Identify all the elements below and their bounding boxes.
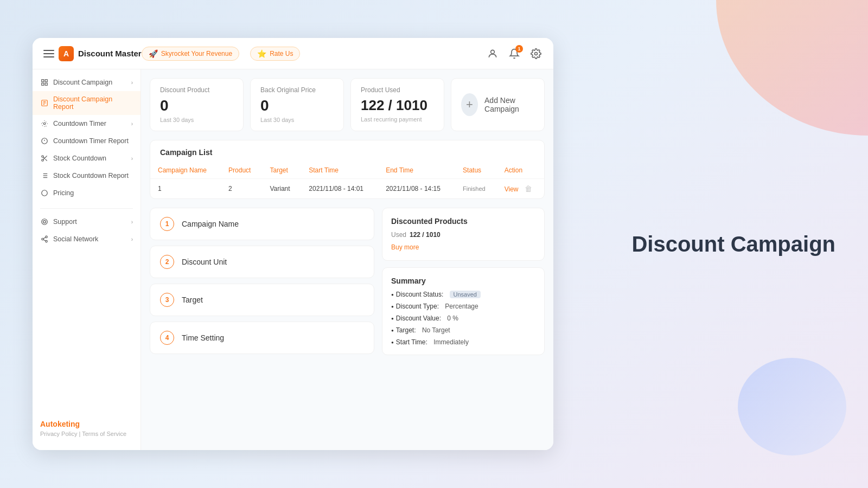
form-step-3[interactable]: 3 Target	[150, 284, 374, 316]
form-step-1[interactable]: 1 Campaign Name	[150, 208, 374, 240]
cell-action: View 🗑	[497, 179, 544, 199]
sidebar-label-campaign-report: Discount Campaign Report	[53, 95, 133, 111]
cell-status: Finished	[455, 179, 497, 199]
sidebar-item-countdown-timer-report[interactable]: Countdown Timer Report	[33, 132, 141, 150]
page-background: Discount Campaign A Discount Master 🚀 Sk…	[0, 0, 868, 488]
summary-key: Discount Status:	[396, 291, 443, 298]
buy-more-link[interactable]: Buy more	[391, 243, 419, 251]
stat-product-used: Product Used 122 / 1010 Last recurring p…	[350, 78, 444, 131]
svg-point-0	[491, 50, 495, 54]
form-step-4[interactable]: 4 Time Setting	[150, 322, 374, 354]
summary-key: Discount Type:	[396, 303, 439, 310]
right-panel: Discounted Products Used 122 / 1010 Buy …	[382, 208, 545, 355]
discount-product-sub: Last 30 days	[160, 117, 233, 123]
chevron-right-icon: ›	[131, 80, 133, 86]
scissors-icon	[40, 154, 49, 163]
col-product: Product	[221, 162, 262, 179]
sidebar-label-stock-countdown-report: Stock Countdown Report	[53, 172, 129, 179]
sidebar-label-countdown-timer-report: Countdown Timer Report	[53, 137, 129, 145]
summary-value: Immediately	[433, 338, 469, 346]
svg-point-25	[42, 190, 48, 196]
summary-value: 0 %	[447, 314, 458, 322]
form-step-2[interactable]: 2 Discount Unit	[150, 246, 374, 278]
add-campaign-card[interactable]: + Add New Campaign	[451, 78, 545, 131]
summary-item: Target: No Target	[391, 326, 535, 334]
discount-product-value: 0	[160, 97, 233, 114]
discounted-products-title: Discounted Products	[391, 217, 535, 226]
sidebar-label-support: Support	[53, 218, 77, 226]
summary-item: Discount Type: Percentage	[391, 303, 535, 310]
summary-list: Discount Status: UnsavedDiscount Type: P…	[391, 291, 535, 346]
svg-point-29	[42, 238, 44, 240]
app-logo-icon: A	[59, 46, 74, 61]
stats-row: Discount Product 0 Last 30 days Back Ori…	[150, 78, 545, 131]
summary-value: No Target	[422, 326, 450, 334]
table-row: 1 2 Variant 2021/11/08 - 14:01 2021/11/0…	[150, 179, 544, 199]
sidebar-item-stock-countdown-report[interactable]: Stock Countdown Report	[33, 167, 141, 184]
step-label: Target	[182, 296, 203, 304]
hamburger-icon[interactable]	[43, 50, 54, 57]
sidebar-item-discount-campaign-report[interactable]: Discount Campaign Report	[33, 91, 141, 115]
unsaved-badge: Unsaved	[450, 291, 481, 298]
view-link[interactable]: View	[505, 185, 519, 193]
col-start-time: Start Time	[301, 162, 378, 179]
sidebar-item-stock-countdown[interactable]: Stock Countdown ›	[33, 150, 141, 167]
app-body: Discount Campaign › Dis	[33, 69, 553, 450]
sidebar-item-social-network[interactable]: Social Network ›	[33, 230, 141, 248]
svg-rect-5	[45, 83, 47, 85]
col-target: Target	[263, 162, 302, 179]
svg-line-17	[45, 159, 47, 160]
sidebar-item-discount-campaign[interactable]: Discount Campaign ›	[33, 74, 141, 91]
svg-point-1	[535, 52, 538, 55]
settings-icon[interactable]	[529, 47, 542, 60]
decorative-blob-bottom	[738, 358, 846, 455]
used-row: Used 122 / 1010	[391, 231, 535, 239]
sidebar-item-countdown-timer[interactable]: Countdown Timer ›	[33, 115, 141, 132]
sidebar-item-pricing[interactable]: Pricing	[33, 184, 141, 202]
summary-key: Target:	[396, 326, 416, 334]
campaign-list-title: Campaign List	[150, 140, 544, 157]
product-used-label: Product Used	[361, 86, 434, 94]
report-icon	[40, 99, 49, 107]
terms-link[interactable]: Terms of Service	[82, 431, 126, 437]
svg-point-30	[46, 240, 48, 242]
profile-icon[interactable]	[486, 47, 499, 60]
sidebar-main-nav: Discount Campaign › Dis	[33, 74, 141, 202]
sidebar: Discount Campaign › Dis	[33, 69, 141, 450]
summary-card: Summary Discount Status: UnsavedDiscount…	[382, 267, 545, 355]
form-steps: 1 Campaign Name 2 Discount Unit 3 Target…	[150, 208, 374, 355]
table-header-row: Campaign Name Product Target Start Time …	[150, 162, 544, 179]
sidebar-item-support[interactable]: Support ›	[33, 213, 141, 230]
step-number: 4	[160, 331, 174, 345]
rate-badge[interactable]: ⭐ Rate Us	[250, 47, 300, 61]
sidebar-label-discount-campaign: Discount Campaign	[53, 79, 112, 86]
svg-point-10	[43, 123, 46, 125]
chevron-right-icon3: ›	[131, 156, 133, 162]
svg-rect-2	[42, 80, 44, 82]
svg-point-15	[42, 159, 44, 162]
campaign-table: Campaign Name Product Target Start Time …	[150, 162, 544, 198]
campaign-list-card: Campaign List Campaign Name Product Targ…	[150, 140, 545, 199]
settings2-icon	[40, 119, 49, 128]
summary-item: Start Time: Immediately	[391, 338, 535, 346]
privacy-policy-link[interactable]: Privacy Policy	[40, 431, 77, 437]
discount-product-label: Discount Product	[160, 86, 233, 94]
step-number: 1	[160, 217, 174, 231]
svg-point-26	[42, 219, 48, 225]
topbar-actions: 1	[486, 47, 542, 60]
skyrocket-badge[interactable]: 🚀 Skyrocket Your Revenue	[142, 47, 239, 61]
svg-rect-4	[42, 83, 44, 85]
delete-icon[interactable]: 🗑	[525, 184, 532, 193]
back-original-label: Back Original Price	[260, 86, 334, 94]
sidebar-label-social-network: Social Network	[53, 235, 98, 243]
app-window: A Discount Master 🚀 Skyrocket Your Reven…	[33, 38, 553, 450]
add-icon: +	[461, 93, 478, 116]
rate-label: Rate Us	[270, 50, 293, 57]
chevron-right-icon2: ›	[131, 121, 133, 127]
notifications-icon[interactable]: 1	[508, 47, 521, 60]
step-label: Discount Unit	[182, 258, 227, 266]
sidebar-label-countdown-timer: Countdown Timer	[53, 120, 106, 127]
topbar: A Discount Master 🚀 Skyrocket Your Reven…	[33, 38, 553, 69]
sidebar-divider	[40, 208, 133, 209]
svg-line-18	[43, 157, 44, 158]
